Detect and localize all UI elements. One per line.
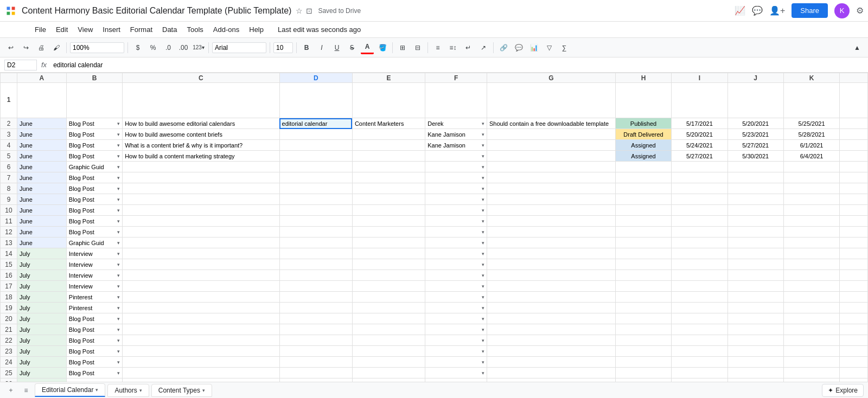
cell-fddue-8[interactable] bbox=[783, 183, 839, 194]
cell-author-22[interactable]: ▾ bbox=[425, 335, 487, 346]
cell-audience-15[interactable] bbox=[352, 259, 425, 270]
cell-notes-11[interactable] bbox=[487, 216, 615, 227]
cell-month-6[interactable]: June bbox=[17, 162, 67, 172]
cell-keyword-10[interactable] bbox=[279, 205, 352, 216]
cell-deli-8[interactable] bbox=[840, 183, 868, 194]
cell-status-8[interactable] bbox=[615, 183, 671, 194]
cell-d1appr-25[interactable] bbox=[727, 368, 783, 378]
cell-keyword-26[interactable] bbox=[279, 378, 352, 382]
cell-fddue-13[interactable] bbox=[783, 237, 839, 248]
cell-deli-2[interactable] bbox=[840, 118, 868, 129]
cell-d1appr-18[interactable] bbox=[727, 292, 783, 303]
cell-status-4[interactable]: Assigned bbox=[615, 140, 671, 151]
cell-month-12[interactable]: June bbox=[17, 227, 67, 237]
cell-notes-12[interactable] bbox=[487, 227, 615, 237]
cell-author-16[interactable]: ▾ bbox=[425, 270, 487, 281]
cell-month-15[interactable]: July bbox=[17, 259, 67, 270]
cell-notes-23[interactable] bbox=[487, 346, 615, 357]
cell-fddue-6[interactable] bbox=[783, 162, 839, 172]
cell-notes-2[interactable]: Should contain a free downloadable templ… bbox=[487, 118, 615, 129]
type-dropdown-icon[interactable]: ▾ bbox=[117, 229, 120, 235]
col-header-k[interactable]: K bbox=[783, 73, 839, 83]
cell-type-11[interactable]: Blog Post▾ bbox=[66, 216, 122, 227]
cell-status-11[interactable] bbox=[615, 216, 671, 227]
cell-title-11[interactable] bbox=[123, 216, 279, 227]
cell-month-10[interactable]: June bbox=[17, 205, 67, 216]
cell-type-3[interactable]: Blog Post▾ bbox=[66, 129, 122, 140]
collapse-button[interactable]: ▲ bbox=[851, 41, 864, 54]
type-dropdown-icon[interactable]: ▾ bbox=[117, 284, 120, 289]
cell-title-4[interactable]: What is a content brief & why is it impo… bbox=[123, 140, 279, 151]
cell-d1appr-12[interactable] bbox=[727, 227, 783, 237]
cell-month-23[interactable]: July bbox=[17, 346, 67, 357]
cell-fddue-23[interactable] bbox=[783, 346, 839, 357]
cell-deli-12[interactable] bbox=[840, 227, 868, 237]
cell-keyword-15[interactable] bbox=[279, 259, 352, 270]
type-dropdown-icon[interactable]: ▾ bbox=[117, 305, 120, 311]
cell-notes-16[interactable] bbox=[487, 270, 615, 281]
cell-status-20[interactable] bbox=[615, 313, 671, 324]
row-num-18[interactable]: 18 bbox=[1, 292, 17, 303]
cell-fddue-26[interactable] bbox=[783, 378, 839, 382]
col-header-f[interactable]: F bbox=[425, 73, 487, 83]
tab-content-types[interactable]: Content Types ▾ bbox=[151, 384, 212, 397]
share-button[interactable]: Share bbox=[792, 3, 828, 18]
activity-icon[interactable]: 📈 bbox=[735, 5, 745, 16]
cell-d1due-23[interactable] bbox=[672, 346, 727, 357]
cell-d1due-19[interactable] bbox=[672, 303, 727, 313]
cell-title-17[interactable] bbox=[123, 281, 279, 292]
cell-author-3[interactable]: Kane Jamison▾ bbox=[425, 129, 487, 140]
rotate-button[interactable]: ↗ bbox=[477, 41, 490, 54]
paint-format-button[interactable]: 🖌 bbox=[50, 41, 63, 54]
cell-title-21[interactable] bbox=[123, 324, 279, 335]
type-dropdown-icon[interactable]: ▾ bbox=[117, 338, 120, 343]
cell-audience-11[interactable] bbox=[352, 216, 425, 227]
cell-fddue-10[interactable] bbox=[783, 205, 839, 216]
row-num-5[interactable]: 5 bbox=[1, 151, 17, 162]
cell-author-6[interactable]: ▾ bbox=[425, 162, 487, 172]
cell-author-19[interactable]: ▾ bbox=[425, 303, 487, 313]
cell-type-4[interactable]: Blog Post▾ bbox=[66, 140, 122, 151]
cell-fddue-5[interactable]: 6/4/2021 bbox=[783, 151, 839, 162]
row-num-12[interactable]: 12 bbox=[1, 227, 17, 237]
cell-month-13[interactable]: June bbox=[17, 237, 67, 248]
cell-title-7[interactable] bbox=[123, 172, 279, 183]
cell-title-18[interactable] bbox=[123, 292, 279, 303]
cell-type-23[interactable]: Blog Post▾ bbox=[66, 346, 122, 357]
cell-fddue-3[interactable]: 5/28/2021 bbox=[783, 129, 839, 140]
menu-addons[interactable]: Add-ons bbox=[209, 23, 244, 36]
cell-fddue-12[interactable] bbox=[783, 227, 839, 237]
cell-status-21[interactable] bbox=[615, 324, 671, 335]
cell-month-22[interactable]: July bbox=[17, 335, 67, 346]
cell-author-15[interactable]: ▾ bbox=[425, 259, 487, 270]
row-num-10[interactable]: 10 bbox=[1, 205, 17, 216]
cell-notes-19[interactable] bbox=[487, 303, 615, 313]
cell-deli-11[interactable] bbox=[840, 216, 868, 227]
cell-keyword-19[interactable] bbox=[279, 303, 352, 313]
cell-deli-24[interactable] bbox=[840, 357, 868, 368]
cell-title-9[interactable] bbox=[123, 194, 279, 205]
cell-deli-21[interactable] bbox=[840, 324, 868, 335]
cell-audience-26[interactable] bbox=[352, 378, 425, 382]
cell-status-22[interactable] bbox=[615, 335, 671, 346]
cell-audience-25[interactable] bbox=[352, 368, 425, 378]
row-num-2[interactable]: 2 bbox=[1, 118, 17, 129]
cell-fddue-14[interactable] bbox=[783, 248, 839, 259]
cell-author-5[interactable]: ▾ bbox=[425, 151, 487, 162]
row-num-16[interactable]: 16 bbox=[1, 270, 17, 281]
menu-data[interactable]: Data bbox=[158, 23, 181, 36]
wrap-button[interactable]: ↵ bbox=[462, 41, 475, 54]
cell-audience-10[interactable] bbox=[352, 205, 425, 216]
cell-title-20[interactable] bbox=[123, 313, 279, 324]
type-dropdown-icon[interactable]: ▾ bbox=[117, 197, 120, 202]
cell-author-17[interactable]: ▾ bbox=[425, 281, 487, 292]
merge-button[interactable]: ⊟ bbox=[411, 41, 424, 54]
cell-type-26[interactable]: Graphic Guid▾ bbox=[66, 378, 122, 382]
cell-d1appr-26[interactable] bbox=[727, 378, 783, 382]
author-dropdown-icon[interactable]: ▾ bbox=[482, 251, 484, 256]
type-dropdown-icon[interactable]: ▾ bbox=[117, 219, 120, 224]
menu-edit[interactable]: Edit bbox=[52, 23, 72, 36]
menu-insert[interactable]: Insert bbox=[98, 23, 125, 36]
cell-keyword-17[interactable] bbox=[279, 281, 352, 292]
cell-audience-21[interactable] bbox=[352, 324, 425, 335]
